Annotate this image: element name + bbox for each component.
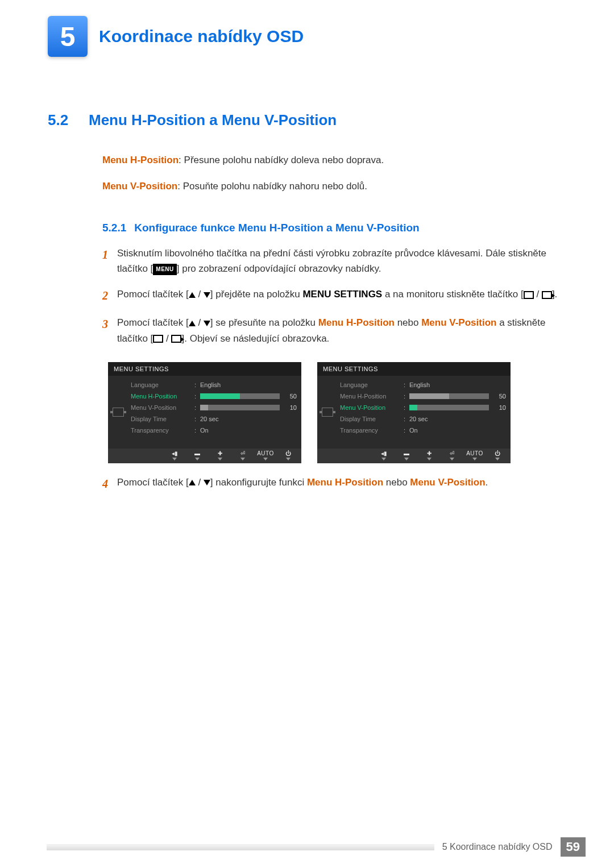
step-2: 2 Pomocí tlačítek [ / ] přejděte na polo… xyxy=(102,286,564,305)
step-1: 1 Stisknutím libovolného tlačítka na pře… xyxy=(102,246,564,276)
subsection-number: 5.2.1 xyxy=(102,222,126,234)
osd-back-button[interactable]: ◂▮ xyxy=(376,451,391,460)
osd-power-button[interactable]: ⏻ xyxy=(490,451,505,460)
osd-auto-button[interactable]: AUTO xyxy=(467,451,482,460)
osd-minus-button[interactable]: ▬ xyxy=(190,451,205,460)
osd-value-v: 10 xyxy=(283,404,297,411)
intro-h-text: : Přesune polohu nabídky doleva nebo dop… xyxy=(179,155,384,165)
up-arrow-icon xyxy=(189,480,196,485)
osd-enter-button[interactable]: ⏎ xyxy=(445,451,459,460)
step-2-bold: MENU SETTINGS xyxy=(302,289,382,300)
osd-value-h: 50 xyxy=(283,393,297,400)
osd-slider-h: 50 xyxy=(200,393,297,400)
osd-item-list: Language: English Menu H-Position: 50 Me… xyxy=(338,376,511,448)
step-4-h: Menu H-Position xyxy=(307,477,383,488)
osd-value: On xyxy=(409,427,418,434)
osd-value: 20 sec xyxy=(200,416,218,422)
down-arrow-icon xyxy=(204,480,210,485)
step-4-v: Menu V-Position xyxy=(410,477,485,488)
osd-plus-button[interactable]: ✚ xyxy=(213,451,227,460)
osd-item-v-position: Menu V-Position: 10 xyxy=(340,402,506,413)
step-4-text-a: Pomocí tlačítek [ xyxy=(117,477,189,488)
osd-item-display-time: Display Time: 20 sec xyxy=(340,413,506,425)
step-2-slash: / xyxy=(196,289,204,300)
up-arrow-icon xyxy=(189,292,196,298)
subsection-title: Konfigurace funkce Menu H-Position a Men… xyxy=(134,222,419,234)
osd-back-button[interactable]: ◂▮ xyxy=(167,451,182,460)
steps-list-cont: 4 Pomocí tlačítek [ / ] nakonfigurujte f… xyxy=(0,475,614,493)
osd-footer-buttons: ◂▮ ▬ ✚ ⏎ AUTO ⏻ xyxy=(108,448,301,463)
step-4-text-b: ] nakonfigurujte funkci xyxy=(210,477,307,488)
chapter-number-badge: 5 xyxy=(48,16,88,57)
osd-slider-v: 10 xyxy=(200,404,297,411)
osd-value: English xyxy=(409,381,430,388)
osd-enter-button[interactable]: ⏎ xyxy=(235,451,250,460)
step-2-text-b: ] přejděte na položku xyxy=(210,289,303,300)
enter-icon xyxy=(171,335,181,343)
osd-label: Display Time xyxy=(131,416,194,422)
step-2-text-c: a na monitoru stiskněte tlačítko [ xyxy=(382,289,524,300)
source-icon xyxy=(524,291,534,299)
osd-value: English xyxy=(200,381,221,388)
steps-list: 1 Stisknutím libovolného tlačítka na pře… xyxy=(0,234,614,346)
step-3: 3 Pomocí tlačítek [ / ] se přesuňte na p… xyxy=(102,315,564,346)
footer-divider xyxy=(47,844,434,850)
section-heading: 5.2 Menu H-Position a Menu V-Position xyxy=(0,57,614,129)
step-number: 3 xyxy=(102,315,117,346)
osd-label: Language xyxy=(131,381,194,388)
osd-title: MENU SETTINGS xyxy=(317,362,511,376)
enter-icon xyxy=(542,291,552,299)
osd-panel-h: MENU SETTINGS Language: English Menu H-P… xyxy=(108,362,301,463)
osd-label: Language xyxy=(340,381,404,388)
step-2-text-a: Pomocí tlačítek [ xyxy=(117,289,189,300)
osd-item-transparency: Transparency: On xyxy=(340,425,506,436)
footer-text: 5 Koordinace nabídky OSD xyxy=(442,842,553,852)
down-arrow-icon xyxy=(204,292,210,298)
osd-item-h-position: Menu H-Position: 50 xyxy=(340,391,506,402)
osd-item-h-position: Menu H-Position: 50 xyxy=(131,391,297,402)
osd-slider-v: 10 xyxy=(409,404,506,411)
osd-item-language: Language: English xyxy=(340,379,506,391)
osd-value: 20 sec xyxy=(409,416,428,422)
osd-plus-button[interactable]: ✚ xyxy=(422,451,437,460)
osd-item-display-time: Display Time: 20 sec xyxy=(131,413,297,425)
step-3-text-a: Pomocí tlačítek [ xyxy=(117,317,189,328)
osd-label-active: Menu V-Position xyxy=(340,404,404,411)
section-number: 5.2 xyxy=(48,111,76,129)
step-number: 4 xyxy=(102,475,117,493)
step-4-end: . xyxy=(486,477,488,488)
osd-label: Transparency xyxy=(340,427,404,434)
step-3-v: Menu V-Position xyxy=(421,317,496,328)
osd-title: MENU SETTINGS xyxy=(108,362,301,376)
down-arrow-icon xyxy=(204,321,210,326)
osd-screenshots-row: MENU SETTINGS Language: English Menu H-P… xyxy=(0,356,614,475)
step-3-text-b: ] se přesuňte na položku xyxy=(210,317,318,328)
page-footer: 5 Koordinace nabídky OSD 59 xyxy=(47,837,586,857)
osd-category-icon-column xyxy=(317,376,338,448)
osd-auto-button[interactable]: AUTO xyxy=(258,451,273,460)
chapter-title: Koordinace nabídky OSD xyxy=(99,27,304,46)
menu-settings-icon xyxy=(322,408,333,417)
intro-h-label: Menu H-Position xyxy=(102,155,179,165)
osd-item-list: Language: English Menu H-Position: 50 Me… xyxy=(128,376,301,448)
step-3-text-d: ]. Objeví se následující obrazovka. xyxy=(181,333,329,344)
osd-item-v-position: Menu V-Position: 10 xyxy=(131,402,297,413)
osd-power-button[interactable]: ⏻ xyxy=(281,451,296,460)
menu-settings-icon xyxy=(113,408,124,417)
osd-slider-h: 50 xyxy=(409,393,506,400)
page-number: 59 xyxy=(561,837,586,857)
intro-block: Menu H-Position: Přesune polohu nabídky … xyxy=(0,129,614,193)
step-3-slash: / xyxy=(196,317,204,328)
osd-category-icon-column xyxy=(108,376,128,448)
menu-button-icon: MENU xyxy=(153,264,176,275)
osd-item-transparency: Transparency: On xyxy=(131,425,297,436)
step-4: 4 Pomocí tlačítek [ / ] nakonfigurujte f… xyxy=(102,475,564,493)
osd-value-v: 10 xyxy=(492,404,506,411)
section-title: Menu H-Position a Menu V-Position xyxy=(89,111,337,129)
osd-minus-button[interactable]: ▬ xyxy=(399,451,414,460)
step-1-text-b: ] pro zobrazení odpovídající obrazovky n… xyxy=(177,263,381,274)
source-icon xyxy=(153,335,163,343)
step-4-slash: / xyxy=(196,477,204,488)
osd-item-language: Language: English xyxy=(131,379,297,391)
osd-label: Display Time xyxy=(340,416,404,422)
